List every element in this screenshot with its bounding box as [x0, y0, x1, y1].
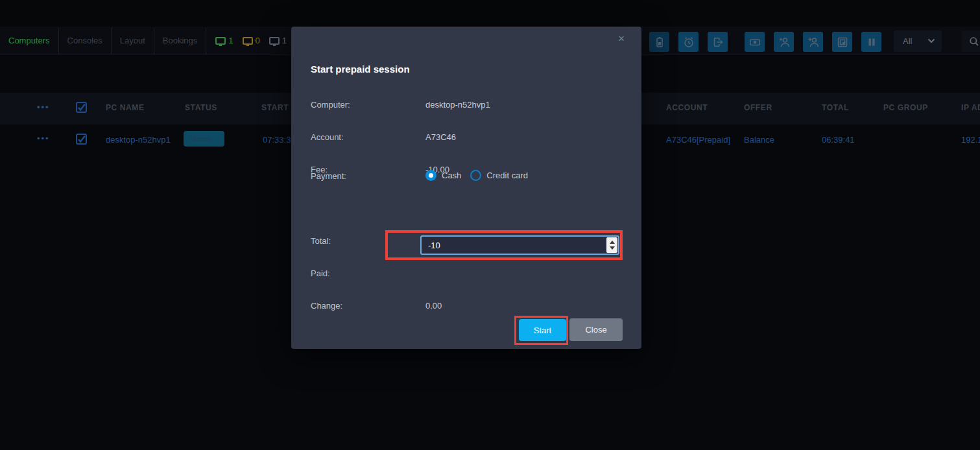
- start-button[interactable]: Start: [519, 319, 566, 341]
- monitor-icon: [215, 37, 226, 45]
- toolbar-button-image[interactable]: [832, 32, 852, 52]
- check-icon: [77, 135, 86, 143]
- monitor-icon: [269, 37, 280, 45]
- top-strip: [0, 0, 980, 27]
- toolbar-button-sign-out[interactable]: [708, 32, 728, 52]
- divider: [206, 28, 206, 54]
- change-value: 0.00: [425, 301, 442, 311]
- payment-radio-credit-card[interactable]: Credit card: [470, 170, 528, 181]
- toolbar-button-alarm[interactable]: [678, 32, 699, 52]
- radio-unselected-icon: [470, 170, 481, 181]
- paid-input-wrap: [420, 235, 619, 255]
- dialog-title: Start prepaid session: [311, 64, 410, 75]
- payment-label: Payment:: [311, 171, 346, 181]
- alarm-clock-icon: [682, 36, 695, 49]
- account-label: Account:: [311, 132, 344, 142]
- paid-input[interactable]: [420, 235, 619, 255]
- toolbar-button-user-add[interactable]: [803, 32, 823, 52]
- search-button[interactable]: [962, 30, 980, 52]
- toolbar-button-pause[interactable]: [861, 32, 881, 52]
- cell-account[interactable]: A73C46[Prepaid]: [666, 135, 730, 145]
- radio-selected-icon: [425, 170, 436, 181]
- close-button[interactable]: Close: [569, 318, 623, 341]
- computer-label: Computer:: [311, 100, 350, 110]
- check-icon: [77, 103, 86, 112]
- column-header-pc-group[interactable]: PC GROUP: [883, 103, 928, 112]
- toolbar-button-battery[interactable]: [649, 32, 669, 52]
- cell-ip-address: 192.16: [961, 135, 980, 145]
- select-all-checkbox[interactable]: [76, 102, 87, 113]
- status-badge: Discon...: [184, 131, 224, 147]
- counter-value: 1: [282, 36, 287, 45]
- chevron-down-icon: [927, 38, 935, 43]
- spinner-up-icon[interactable]: [610, 241, 615, 244]
- user-add-icon: [807, 36, 820, 49]
- column-header-start[interactable]: START: [261, 103, 289, 112]
- close-icon[interactable]: ×: [618, 32, 625, 45]
- row-actions-menu[interactable]: •••: [37, 134, 50, 143]
- radio-label: Cash: [442, 171, 461, 180]
- cell-pc-name[interactable]: desktop-n52hvp1: [106, 135, 171, 145]
- column-header-ip-address[interactable]: IP AD: [961, 103, 980, 112]
- tab-layout[interactable]: Layout: [112, 28, 154, 54]
- filter-selected-value: All: [903, 36, 912, 46]
- start-prepaid-session-dialog: Start prepaid session × Computer: deskto…: [291, 27, 641, 349]
- monitor-icon: [243, 37, 253, 45]
- pause-icon: [865, 36, 878, 49]
- nav-tabs: Computers Consoles Layout Bookings 1 0 1: [0, 27, 313, 54]
- tab-computers[interactable]: Computers: [0, 28, 58, 54]
- tab-bookings[interactable]: Bookings: [154, 28, 206, 54]
- toolbar-button-user-star[interactable]: [774, 32, 794, 52]
- toolbar-button-cash[interactable]: [745, 32, 765, 52]
- connected-computers-counter: 1: [215, 36, 233, 45]
- total-label: Total:: [311, 236, 331, 246]
- radio-label: Credit card: [486, 171, 528, 180]
- column-header-pc-name[interactable]: PC NAME: [106, 103, 145, 112]
- account-value: A73C46: [425, 132, 456, 142]
- user-star-icon: [778, 36, 791, 49]
- alert-computers-counter: 0: [243, 36, 260, 45]
- cell-offer[interactable]: Balance: [744, 135, 774, 145]
- cell-total: 06:39:41: [822, 135, 855, 145]
- column-header-offer[interactable]: OFFER: [744, 103, 772, 112]
- tab-consoles[interactable]: Consoles: [59, 28, 111, 54]
- image-icon: [836, 36, 849, 49]
- computer-value: desktop-n52hvp1: [425, 100, 490, 110]
- column-header-account[interactable]: ACCOUNT: [666, 103, 708, 112]
- column-header-total[interactable]: TOTAL: [822, 103, 849, 112]
- actions-column-menu[interactable]: •••: [37, 102, 50, 112]
- battery-icon: [653, 36, 666, 49]
- column-header-status[interactable]: STATUS: [185, 103, 217, 112]
- payment-options: Cash Credit card: [425, 170, 528, 181]
- spinner-down-icon[interactable]: [610, 246, 615, 250]
- counter-value: 0: [256, 36, 260, 45]
- sign-out-icon: [711, 36, 724, 49]
- paid-label: Paid:: [311, 268, 330, 278]
- cash-icon: [748, 36, 761, 49]
- change-label: Change:: [311, 301, 342, 311]
- offline-computers-counter: 1: [269, 36, 287, 45]
- search-icon: [969, 36, 979, 47]
- pc-group-filter-select[interactable]: All: [894, 30, 942, 52]
- row-checkbox[interactable]: [76, 134, 87, 145]
- payment-radio-cash[interactable]: Cash: [425, 170, 461, 181]
- number-spinner[interactable]: [606, 237, 617, 253]
- counter-value: 1: [228, 36, 233, 45]
